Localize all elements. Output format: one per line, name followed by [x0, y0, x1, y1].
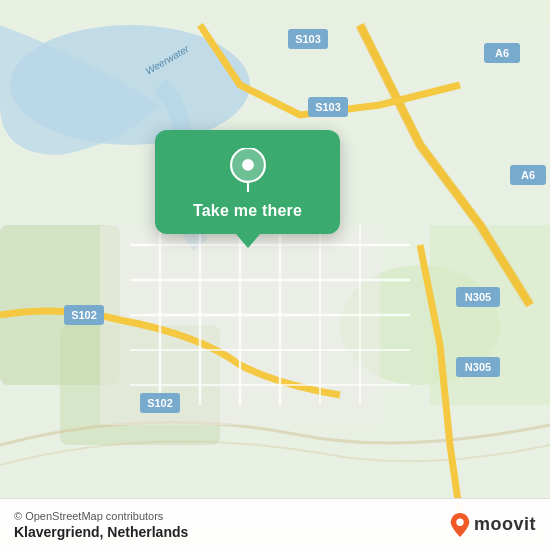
svg-point-37 — [242, 159, 254, 171]
svg-text:S102: S102 — [147, 397, 173, 409]
location-name: Klavergriend, Netherlands — [14, 524, 188, 540]
svg-rect-5 — [430, 225, 550, 405]
svg-text:N305: N305 — [465, 291, 491, 303]
svg-text:S102: S102 — [71, 309, 97, 321]
svg-text:S103: S103 — [315, 101, 341, 113]
svg-text:A6: A6 — [495, 47, 509, 59]
moovit-pin-icon — [450, 513, 470, 537]
bottom-bar: © OpenStreetMap contributors Klavergrien… — [0, 498, 550, 550]
location-pin-icon — [226, 148, 270, 192]
osm-attribution: © OpenStreetMap contributors — [14, 510, 188, 522]
svg-point-38 — [456, 518, 463, 525]
map-container: A6 A6 S103 S103 S102 S102 N305 N305 Weer… — [0, 0, 550, 550]
moovit-text: moovit — [474, 514, 536, 535]
svg-text:N305: N305 — [465, 361, 491, 373]
bottom-left: © OpenStreetMap contributors Klavergrien… — [14, 510, 188, 540]
svg-text:A6: A6 — [521, 169, 535, 181]
take-me-there-button[interactable]: Take me there — [193, 202, 302, 220]
popup-card[interactable]: Take me there — [155, 130, 340, 234]
svg-text:S103: S103 — [295, 33, 321, 45]
moovit-logo: moovit — [450, 513, 536, 537]
